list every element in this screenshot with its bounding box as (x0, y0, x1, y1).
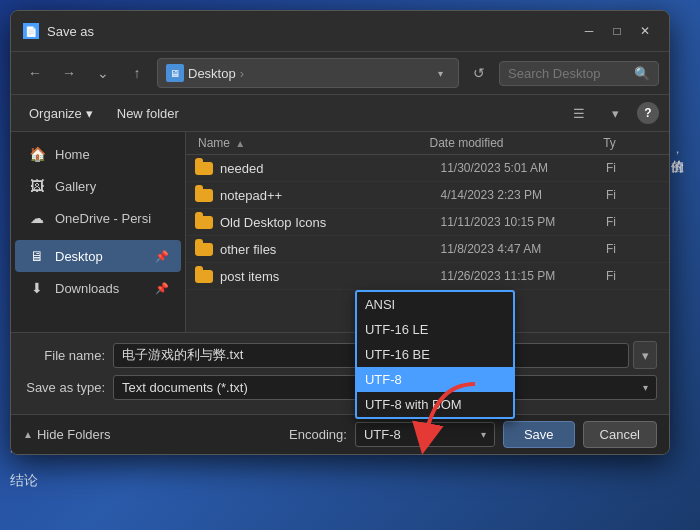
hide-folders-text: Hide Folders (37, 427, 111, 442)
file-date: 4/14/2023 2:23 PM (441, 188, 606, 202)
new-folder-label: New folder (117, 106, 179, 121)
dropdown-button[interactable]: ⌄ (89, 59, 117, 87)
folder-icon (194, 268, 214, 284)
hide-folders-arrow: ▲ (23, 429, 33, 440)
encoding-selected: UTF-8 (364, 427, 401, 442)
dialog-icon: 📄 (23, 23, 39, 39)
encoding-option-ansi[interactable]: ANSI (357, 292, 513, 317)
file-type: Fi (606, 161, 661, 175)
gallery-icon: 🖼 (27, 176, 47, 196)
column-type: Ty (603, 136, 661, 150)
filename-row: File name: ▾ (23, 341, 657, 369)
sidebar-item-gallery[interactable]: 🖼 Gallery (15, 170, 181, 202)
organize-label: Organize (29, 106, 82, 121)
organize-button[interactable]: Organize ▾ (21, 102, 101, 125)
home-icon: 🏠 (27, 144, 47, 164)
encoding-dropdown[interactable]: UTF-8 ▾ (355, 422, 495, 447)
address-separator: › (240, 66, 244, 81)
pin-icon-downloads: 📌 (155, 282, 169, 295)
savetype-value: Text documents (*.txt) (122, 380, 248, 395)
navigation-bar: ← → ⌄ ↑ 🖥 Desktop › ▾ ↺ Search Desktop 🔍 (11, 52, 669, 95)
folder-icon (194, 241, 214, 257)
onedrive-icon: ☁ (27, 208, 47, 228)
maximize-button[interactable]: □ (605, 19, 629, 43)
up-button[interactable]: ↑ (123, 59, 151, 87)
minimize-button[interactable]: ─ (577, 19, 601, 43)
sort-arrow: ▲ (235, 138, 245, 149)
address-path: Desktop (188, 66, 236, 81)
bottom-area: File name: ▾ Save as type: Text document… (11, 332, 669, 414)
sidebar: 🏠 Home 🖼 Gallery ☁ OneDrive - Persi 🖥 De… (11, 132, 186, 332)
encoding-option-utf8bom[interactable]: UTF-8 with BOM (357, 392, 513, 417)
file-type: Fi (606, 242, 661, 256)
sidebar-item-onedrive[interactable]: ☁ OneDrive - Persi (15, 202, 181, 234)
address-icon: 🖥 (166, 64, 184, 82)
sidebar-item-desktop[interactable]: 🖥 Desktop 📌 (15, 240, 181, 272)
table-row[interactable]: Old Desktop Icons 11/11/2023 10:15 PM Fi (186, 209, 669, 236)
view-dropdown-button[interactable]: ▾ (601, 99, 629, 127)
cancel-button[interactable]: Cancel (583, 421, 657, 448)
address-bar[interactable]: 🖥 Desktop › ▾ (157, 58, 459, 88)
desktop-icon: 🖥 (27, 246, 47, 266)
encoding-option-utf16be[interactable]: UTF-16 BE (357, 342, 513, 367)
file-date: 11/11/2023 10:15 PM (441, 215, 606, 229)
close-button[interactable]: ✕ (633, 19, 657, 43)
folder-icon (194, 160, 214, 176)
forward-button[interactable]: → (55, 59, 83, 87)
view-list-button[interactable]: ☰ (565, 99, 593, 127)
table-row[interactable]: other files 11/8/2023 4:47 AM Fi (186, 236, 669, 263)
filename-dropdown-button[interactable]: ▾ (633, 341, 657, 369)
encoding-popup: ANSI UTF-16 LE UTF-16 BE UTF-8 UTF-8 wit… (355, 290, 515, 419)
file-type: Fi (606, 269, 661, 283)
organize-arrow: ▾ (86, 106, 93, 121)
sidebar-downloads-label: Downloads (55, 281, 119, 296)
address-dropdown-button[interactable]: ▾ (430, 63, 450, 83)
search-placeholder: Search Desktop (508, 66, 601, 81)
filename-label: File name: (23, 348, 113, 363)
encoding-option-utf16le[interactable]: UTF-16 LE (357, 317, 513, 342)
table-row[interactable]: post items 11/26/2023 11:15 PM Fi (186, 263, 669, 290)
new-folder-button[interactable]: New folder (109, 102, 187, 125)
table-row[interactable]: needed 11/30/2023 5:01 AM Fi (186, 155, 669, 182)
refresh-button[interactable]: ↺ (465, 59, 493, 87)
encoding-option-utf8[interactable]: UTF-8 (357, 367, 513, 392)
file-date: 11/8/2023 4:47 AM (441, 242, 606, 256)
file-type: Fi (606, 215, 661, 229)
file-name: notepad++ (220, 188, 441, 203)
toolbar: Organize ▾ New folder ☰ ▾ ? (11, 95, 669, 132)
pin-icon: 📌 (155, 250, 169, 263)
file-list-header: Name ▲ Date modified Ty (186, 132, 669, 155)
main-area: 🏠 Home 🖼 Gallery ☁ OneDrive - Persi 🖥 De… (11, 132, 669, 332)
help-button[interactable]: ? (637, 102, 659, 124)
file-name: other files (220, 242, 441, 257)
downloads-icon: ⬇ (27, 278, 47, 298)
file-name: Old Desktop Icons (220, 215, 441, 230)
dialog-title: Save as (47, 24, 94, 39)
encoding-arrow: ▾ (481, 429, 486, 440)
file-date: 11/30/2023 5:01 AM (441, 161, 606, 175)
file-name: post items (220, 269, 441, 284)
save-as-dialog: 📄 Save as ─ □ ✕ ← → ⌄ ↑ 🖥 Desktop › ▾ ↺ … (10, 10, 670, 455)
title-controls: ─ □ ✕ (577, 19, 657, 43)
savetype-arrow: ▾ (643, 382, 648, 393)
encoding-label: Encoding: (289, 427, 347, 442)
savetype-label: Save as type: (23, 380, 113, 395)
encoding-dropdown-wrapper: ANSI UTF-16 LE UTF-16 BE UTF-8 UTF-8 wit… (355, 422, 495, 447)
save-button[interactable]: Save (503, 421, 575, 448)
sidebar-onedrive-label: OneDrive - Persi (55, 211, 151, 226)
search-bar[interactable]: Search Desktop 🔍 (499, 61, 659, 86)
sidebar-home-label: Home (55, 147, 90, 162)
sidebar-item-downloads[interactable]: ⬇ Downloads 📌 (15, 272, 181, 304)
column-name: Name ▲ (194, 136, 430, 150)
sidebar-desktop-label: Desktop (55, 249, 103, 264)
file-name: needed (220, 161, 441, 176)
table-row[interactable]: notepad++ 4/14/2023 2:23 PM Fi (186, 182, 669, 209)
title-bar: 📄 Save as ─ □ ✕ (11, 11, 669, 52)
column-date: Date modified (430, 136, 604, 150)
hide-folders-section: ▲ Hide Folders (23, 427, 111, 442)
back-button[interactable]: ← (21, 59, 49, 87)
file-type: Fi (606, 188, 661, 202)
encoding-and-buttons: Encoding: ANSI UTF-16 LE UTF-16 BE UTF-8… (289, 421, 657, 448)
title-bar-left: 📄 Save as (23, 23, 94, 39)
sidebar-item-home[interactable]: 🏠 Home (15, 138, 181, 170)
